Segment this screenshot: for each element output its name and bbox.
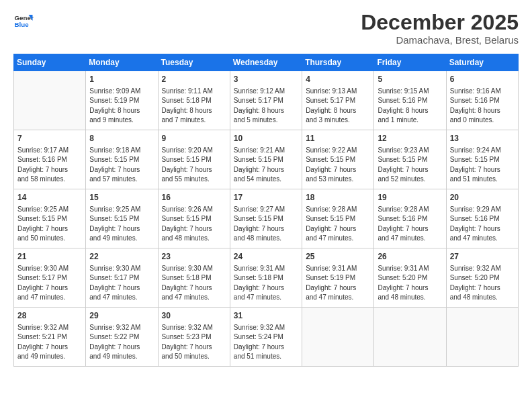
cell-info: Sunrise: 9:32 AM Sunset: 5:21 PM Dayligh… xyxy=(17,323,82,362)
table-row: 5Sunrise: 9:15 AM Sunset: 5:16 PM Daylig… xyxy=(374,71,446,130)
table-row: 20Sunrise: 9:29 AM Sunset: 5:16 PM Dayli… xyxy=(446,189,518,248)
cell-info: Sunrise: 9:17 AM Sunset: 5:16 PM Dayligh… xyxy=(17,146,82,185)
cell-info: Sunrise: 9:32 AM Sunset: 5:23 PM Dayligh… xyxy=(162,323,226,362)
day-number: 7 xyxy=(17,133,82,144)
cell-info: Sunrise: 9:32 AM Sunset: 5:22 PM Dayligh… xyxy=(89,323,154,362)
calendar-page: General Blue December 2025 Damachava, Br… xyxy=(0,0,532,411)
table-row: 13Sunrise: 9:24 AM Sunset: 5:15 PM Dayli… xyxy=(446,130,518,189)
cell-info: Sunrise: 9:24 AM Sunset: 5:15 PM Dayligh… xyxy=(450,146,515,185)
table-row: 12Sunrise: 9:23 AM Sunset: 5:15 PM Dayli… xyxy=(374,130,446,189)
table-row: 17Sunrise: 9:27 AM Sunset: 5:15 PM Dayli… xyxy=(230,189,302,248)
calendar-week-4: 28Sunrise: 9:32 AM Sunset: 5:21 PM Dayli… xyxy=(14,308,519,367)
cell-info: Sunrise: 9:27 AM Sunset: 5:15 PM Dayligh… xyxy=(234,205,298,244)
logo-icon: General Blue xyxy=(13,11,34,31)
col-saturday: Saturday xyxy=(446,54,518,71)
table-row: 10Sunrise: 9:21 AM Sunset: 5:15 PM Dayli… xyxy=(230,130,302,189)
table-row: 30Sunrise: 9:32 AM Sunset: 5:23 PM Dayli… xyxy=(158,308,230,367)
day-number: 1 xyxy=(89,74,154,85)
table-row: 31Sunrise: 9:32 AM Sunset: 5:24 PM Dayli… xyxy=(230,308,302,367)
calendar-week-1: 7Sunrise: 9:17 AM Sunset: 5:16 PM Daylig… xyxy=(14,130,519,189)
cell-info: Sunrise: 9:31 AM Sunset: 5:20 PM Dayligh… xyxy=(378,264,442,303)
cell-info: Sunrise: 9:25 AM Sunset: 5:15 PM Dayligh… xyxy=(17,205,82,244)
day-number: 23 xyxy=(162,251,226,263)
day-number: 24 xyxy=(234,251,298,263)
calendar-week-0: 1Sunrise: 9:09 AM Sunset: 5:19 PM Daylig… xyxy=(14,71,519,130)
calendar-table: Sunday Monday Tuesday Wednesday Thursday… xyxy=(13,54,519,367)
table-row: 27Sunrise: 9:32 AM Sunset: 5:20 PM Dayli… xyxy=(446,248,518,308)
day-number: 11 xyxy=(306,133,370,144)
cell-info: Sunrise: 9:25 AM Sunset: 5:15 PM Dayligh… xyxy=(89,205,154,244)
cell-info: Sunrise: 9:30 AM Sunset: 5:17 PM Dayligh… xyxy=(17,264,82,303)
day-number: 25 xyxy=(306,251,370,263)
table-row: 11Sunrise: 9:22 AM Sunset: 5:15 PM Dayli… xyxy=(302,130,374,189)
svg-text:Blue: Blue xyxy=(15,21,30,28)
table-row: 6Sunrise: 9:16 AM Sunset: 5:16 PM Daylig… xyxy=(446,71,518,130)
cell-info: Sunrise: 9:09 AM Sunset: 5:19 PM Dayligh… xyxy=(89,87,154,126)
day-number: 18 xyxy=(306,192,370,203)
day-number: 29 xyxy=(89,310,154,322)
cell-info: Sunrise: 9:30 AM Sunset: 5:18 PM Dayligh… xyxy=(162,264,226,303)
logo: General Blue xyxy=(13,11,34,31)
header: General Blue December 2025 Damachava, Br… xyxy=(13,11,519,46)
day-number: 13 xyxy=(450,133,515,144)
day-number: 14 xyxy=(17,192,82,203)
table-row: 7Sunrise: 9:17 AM Sunset: 5:16 PM Daylig… xyxy=(14,130,86,189)
cell-info: Sunrise: 9:28 AM Sunset: 5:16 PM Dayligh… xyxy=(378,205,442,244)
table-row: 21Sunrise: 9:30 AM Sunset: 5:17 PM Dayli… xyxy=(14,248,86,308)
day-number: 19 xyxy=(378,192,442,203)
cell-info: Sunrise: 9:28 AM Sunset: 5:15 PM Dayligh… xyxy=(306,205,370,244)
table-row: 14Sunrise: 9:25 AM Sunset: 5:15 PM Dayli… xyxy=(14,189,86,248)
day-number: 17 xyxy=(234,192,298,203)
col-sunday: Sunday xyxy=(14,54,86,71)
col-wednesday: Wednesday xyxy=(230,54,302,71)
cell-info: Sunrise: 9:31 AM Sunset: 5:19 PM Dayligh… xyxy=(306,264,370,303)
cell-info: Sunrise: 9:11 AM Sunset: 5:18 PM Dayligh… xyxy=(162,87,226,126)
table-row: 18Sunrise: 9:28 AM Sunset: 5:15 PM Dayli… xyxy=(302,189,374,248)
cell-info: Sunrise: 9:29 AM Sunset: 5:16 PM Dayligh… xyxy=(450,205,515,244)
col-thursday: Thursday xyxy=(302,54,374,71)
day-number: 15 xyxy=(89,192,154,203)
table-row: 16Sunrise: 9:26 AM Sunset: 5:15 PM Dayli… xyxy=(158,189,230,248)
cell-info: Sunrise: 9:32 AM Sunset: 5:24 PM Dayligh… xyxy=(234,323,298,362)
day-number: 4 xyxy=(306,74,370,85)
table-row: 2Sunrise: 9:11 AM Sunset: 5:18 PM Daylig… xyxy=(158,71,230,130)
table-row: 24Sunrise: 9:31 AM Sunset: 5:18 PM Dayli… xyxy=(230,248,302,308)
table-row: 19Sunrise: 9:28 AM Sunset: 5:16 PM Dayli… xyxy=(374,189,446,248)
title-block: December 2025 Damachava, Brest, Belarus xyxy=(361,11,519,46)
cell-info: Sunrise: 9:32 AM Sunset: 5:20 PM Dayligh… xyxy=(450,264,515,303)
table-row xyxy=(302,308,374,367)
col-friday: Friday xyxy=(374,54,446,71)
table-row: 26Sunrise: 9:31 AM Sunset: 5:20 PM Dayli… xyxy=(374,248,446,308)
table-row: 4Sunrise: 9:13 AM Sunset: 5:17 PM Daylig… xyxy=(302,71,374,130)
col-tuesday: Tuesday xyxy=(158,54,230,71)
day-number: 2 xyxy=(162,74,226,85)
day-number: 8 xyxy=(89,133,154,144)
table-row xyxy=(374,308,446,367)
day-number: 26 xyxy=(378,251,442,263)
table-row: 8Sunrise: 9:18 AM Sunset: 5:15 PM Daylig… xyxy=(86,130,158,189)
table-row: 25Sunrise: 9:31 AM Sunset: 5:19 PM Dayli… xyxy=(302,248,374,308)
day-number: 3 xyxy=(234,74,298,85)
day-number: 28 xyxy=(17,310,82,322)
table-row: 29Sunrise: 9:32 AM Sunset: 5:22 PM Dayli… xyxy=(86,308,158,367)
table-row xyxy=(14,71,86,130)
cell-info: Sunrise: 9:18 AM Sunset: 5:15 PM Dayligh… xyxy=(89,146,154,185)
day-number: 31 xyxy=(234,310,298,322)
header-row: Sunday Monday Tuesday Wednesday Thursday… xyxy=(14,54,519,71)
cell-info: Sunrise: 9:26 AM Sunset: 5:15 PM Dayligh… xyxy=(162,205,226,244)
table-row: 3Sunrise: 9:12 AM Sunset: 5:17 PM Daylig… xyxy=(230,71,302,130)
location-title: Damachava, Brest, Belarus xyxy=(361,34,519,46)
day-number: 27 xyxy=(450,251,515,263)
table-row: 22Sunrise: 9:30 AM Sunset: 5:17 PM Dayli… xyxy=(86,248,158,308)
table-row: 23Sunrise: 9:30 AM Sunset: 5:18 PM Dayli… xyxy=(158,248,230,308)
day-number: 12 xyxy=(378,133,442,144)
cell-info: Sunrise: 9:23 AM Sunset: 5:15 PM Dayligh… xyxy=(378,146,442,185)
table-row: 15Sunrise: 9:25 AM Sunset: 5:15 PM Dayli… xyxy=(86,189,158,248)
cell-info: Sunrise: 9:30 AM Sunset: 5:17 PM Dayligh… xyxy=(89,264,154,303)
cell-info: Sunrise: 9:22 AM Sunset: 5:15 PM Dayligh… xyxy=(306,146,370,185)
calendar-week-2: 14Sunrise: 9:25 AM Sunset: 5:15 PM Dayli… xyxy=(14,189,519,248)
day-number: 30 xyxy=(162,310,226,322)
table-row xyxy=(446,308,518,367)
cell-info: Sunrise: 9:13 AM Sunset: 5:17 PM Dayligh… xyxy=(306,87,370,126)
cell-info: Sunrise: 9:15 AM Sunset: 5:16 PM Dayligh… xyxy=(378,87,442,126)
